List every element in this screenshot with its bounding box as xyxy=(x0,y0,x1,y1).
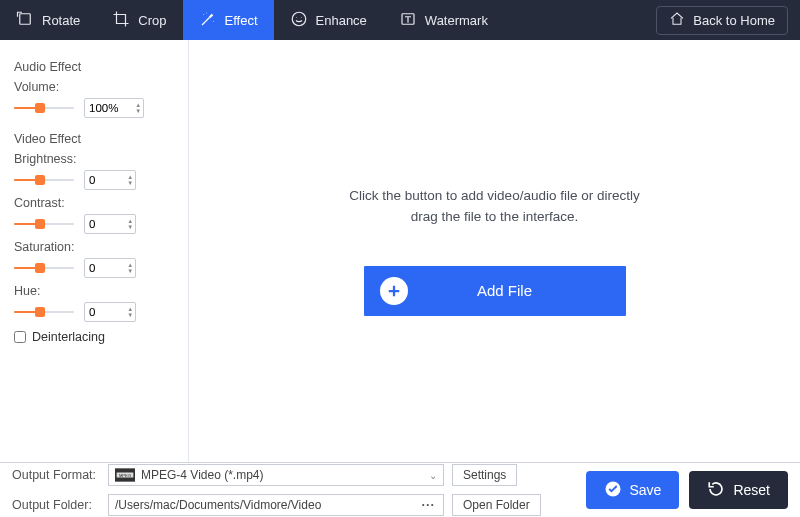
volume-slider[interactable] xyxy=(14,101,74,115)
back-home-button[interactable]: Back to Home xyxy=(656,6,788,35)
svg-text:MPEG: MPEG xyxy=(119,473,131,478)
volume-spinner[interactable]: ▲▼ xyxy=(84,98,144,118)
save-button[interactable]: Save xyxy=(586,471,680,509)
brightness-spinner[interactable]: ▲▼ xyxy=(84,170,136,190)
saturation-spinner[interactable]: ▲▼ xyxy=(84,258,136,278)
rotate-icon xyxy=(16,10,34,31)
save-label: Save xyxy=(630,482,662,498)
back-home-label: Back to Home xyxy=(693,13,775,28)
output-folder-label: Output Folder: xyxy=(12,498,100,512)
contrast-spinner[interactable]: ▲▼ xyxy=(84,214,136,234)
svg-point-4 xyxy=(292,12,306,26)
deinterlacing-checkbox[interactable] xyxy=(14,331,26,343)
tab-label: Rotate xyxy=(42,13,80,28)
contrast-label: Contrast: xyxy=(14,196,172,210)
tab-label: Watermark xyxy=(425,13,488,28)
open-folder-button[interactable]: Open Folder xyxy=(452,494,541,516)
deinterlacing-label: Deinterlacing xyxy=(32,330,105,344)
spinner-arrows-icon[interactable]: ▲▼ xyxy=(126,262,135,274)
brightness-slider[interactable] xyxy=(14,173,74,187)
contrast-input[interactable] xyxy=(85,218,126,230)
effect-sidebar: Audio Effect Volume: ▲▼ Video Effect Bri… xyxy=(0,40,188,462)
tab-enhance[interactable]: Enhance xyxy=(274,0,383,40)
drop-area[interactable]: Click the button to add video/audio file… xyxy=(188,40,800,462)
output-format-select[interactable]: MPEG MPEG-4 Video (*.mp4) ⌄ xyxy=(108,464,444,486)
saturation-slider[interactable] xyxy=(14,261,74,275)
output-folder-value: /Users/mac/Documents/Vidmore/Video xyxy=(115,498,420,512)
svg-point-5 xyxy=(296,17,297,18)
tab-label: Enhance xyxy=(316,13,367,28)
svg-point-6 xyxy=(300,17,301,18)
hue-input[interactable] xyxy=(85,306,126,318)
top-navbar: Rotate Crop Effect Enhance Watermark Bac… xyxy=(0,0,800,40)
spinner-arrows-icon[interactable]: ▲▼ xyxy=(133,102,143,114)
output-folder-field[interactable]: /Users/mac/Documents/Vidmore/Video ··· xyxy=(108,494,444,516)
saturation-input[interactable] xyxy=(85,262,126,274)
audio-effect-heading: Audio Effect xyxy=(14,60,172,74)
output-format-value: MPEG-4 Video (*.mp4) xyxy=(141,468,429,482)
watermark-icon xyxy=(399,10,417,31)
brightness-label: Brightness: xyxy=(14,152,172,166)
tab-rotate[interactable]: Rotate xyxy=(0,0,96,40)
plus-icon xyxy=(380,277,408,305)
browse-icon[interactable]: ··· xyxy=(420,498,437,512)
tab-watermark[interactable]: Watermark xyxy=(383,0,504,40)
tab-effect[interactable]: Effect xyxy=(183,0,274,40)
video-effect-heading: Video Effect xyxy=(14,132,172,146)
svg-point-1 xyxy=(203,14,204,15)
brightness-input[interactable] xyxy=(85,174,126,186)
volume-input[interactable] xyxy=(85,102,133,114)
spinner-arrows-icon[interactable]: ▲▼ xyxy=(126,174,135,186)
hue-slider[interactable] xyxy=(14,305,74,319)
saturation-label: Saturation: xyxy=(14,240,172,254)
enhance-icon xyxy=(290,10,308,31)
tab-label: Crop xyxy=(138,13,166,28)
crop-icon xyxy=(112,10,130,31)
chevron-down-icon: ⌄ xyxy=(429,470,437,481)
reset-button[interactable]: Reset xyxy=(689,471,788,509)
hue-label: Hue: xyxy=(14,284,172,298)
home-icon xyxy=(669,11,685,30)
tab-label: Effect xyxy=(225,13,258,28)
contrast-slider[interactable] xyxy=(14,217,74,231)
footer-bar: Output Format: MPEG MPEG-4 Video (*.mp4)… xyxy=(0,463,800,517)
add-file-label: Add File xyxy=(408,282,626,299)
effect-icon xyxy=(199,10,217,31)
hue-spinner[interactable]: ▲▼ xyxy=(84,302,136,322)
tab-crop[interactable]: Crop xyxy=(96,0,182,40)
spinner-arrows-icon[interactable]: ▲▼ xyxy=(126,218,135,230)
reset-icon xyxy=(707,480,725,501)
volume-label: Volume: xyxy=(14,80,172,94)
svg-point-2 xyxy=(212,20,213,21)
svg-rect-0 xyxy=(20,13,31,24)
check-circle-icon xyxy=(604,480,622,501)
spinner-arrows-icon[interactable]: ▲▼ xyxy=(126,306,135,318)
mp4-file-icon: MPEG xyxy=(115,468,135,482)
add-file-button[interactable]: Add File xyxy=(364,266,626,316)
drop-placeholder: Click the button to add video/audio file… xyxy=(349,186,639,228)
output-format-label: Output Format: xyxy=(12,468,100,482)
settings-button[interactable]: Settings xyxy=(452,464,517,486)
reset-label: Reset xyxy=(733,482,770,498)
svg-point-3 xyxy=(206,12,207,13)
